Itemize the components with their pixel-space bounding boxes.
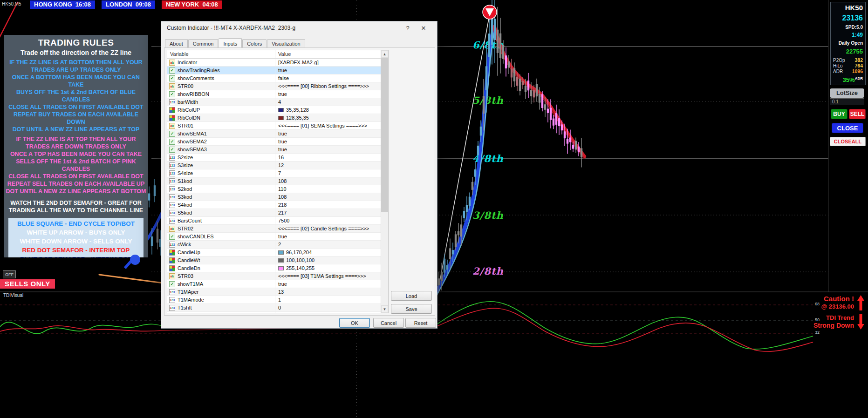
param-row-STR00[interactable]: abSTR00<<<==== [00] Ribbon Settings ====…: [167, 82, 381, 90]
ok-button[interactable]: OK: [339, 318, 370, 328]
param-row-showCANDLES[interactable]: ✓showCANDLEStrue: [167, 233, 381, 241]
sell-rule-line-5: REPEAT SELL TRADES ON EACH AVAILABLE UP: [6, 180, 146, 188]
load-button[interactable]: Load: [391, 291, 432, 301]
murrey-label-2-8th: 2/8th: [472, 265, 504, 277]
param-row-S2size[interactable]: 123S2size16: [167, 154, 381, 162]
int-type-icon: 123: [169, 289, 175, 295]
sell-button[interactable]: SELL: [849, 109, 866, 119]
param-row-showTradingRules[interactable]: ✓showTradingRulestrue: [167, 67, 381, 74]
legend-line-2: WHITE DOWN ARROW - SELLS ONLY: [8, 237, 144, 246]
param-row-S4size[interactable]: 123S4size7: [167, 169, 381, 177]
stat-label-adr: ADR: [833, 69, 843, 74]
session-clock-2: NEW YORK 04:08: [162, 0, 222, 9]
param-row-STR03[interactable]: abSTR03<<<==== [03] T1MA Settings ====>>…: [167, 272, 381, 280]
param-name: showTradingRules: [178, 67, 220, 73]
sell-rule-line-0: IF THE ZZ LINE IS AT TOP THEN ALL YOUR: [6, 135, 146, 143]
close-button[interactable]: CLOSE: [832, 123, 863, 133]
tdi-annotations: Caution ! @ 23136.00 TDI Trend Strong Do…: [813, 295, 864, 330]
param-row-BarsCount[interactable]: 123BarsCount7500: [167, 217, 381, 225]
param-value: 108: [278, 194, 287, 200]
param-row-showSEMA3[interactable]: ✓showSEMA3true: [167, 146, 381, 154]
sell-rule-line-2: ONCE A TOP HAS BEEN MADE YOU CAN TAKE: [6, 150, 146, 158]
param-row-CandleUp[interactable]: CandleUp96,170,204: [167, 249, 381, 256]
tab-common[interactable]: Common: [188, 39, 219, 48]
param-row-showSEMA2[interactable]: ✓showSEMA2true: [167, 138, 381, 146]
param-row-S2kod[interactable]: 123S2kod110: [167, 185, 381, 193]
param-name: showSEMA3: [178, 147, 207, 152]
param-value: 13: [278, 289, 284, 295]
adr-percent: 35%ADR: [833, 76, 863, 83]
param-row-Indicator[interactable]: abIndicator[XARDFX-MA2-g]: [167, 59, 381, 67]
param-row-barWidth[interactable]: 123barWidth4: [167, 98, 381, 106]
param-row-showComments[interactable]: ✓showCommentsfalse: [167, 74, 381, 82]
int-type-icon: 123: [169, 202, 175, 208]
param-value: <<<==== [00] Ribbon Settings ====>>>: [278, 83, 369, 89]
param-value: 35,35,128: [286, 107, 309, 113]
param-value: true: [278, 234, 287, 239]
param-value: true: [278, 91, 287, 97]
param-row-T1MAmode[interactable]: 123T1MAmode1: [167, 296, 381, 304]
tab-inputs[interactable]: Inputs: [219, 38, 242, 48]
param-row-partial[interactable]: 123: [167, 312, 381, 313]
param-value: 100,100,100: [286, 257, 314, 263]
param-row-showSEMA1[interactable]: ✓showSEMA1true: [167, 130, 381, 138]
top-semafor-marker: [483, 5, 497, 19]
dialog-titlebar[interactable]: Custom Indicator - !!!-MT4 X-XARDFX-MA2_…: [161, 21, 437, 34]
param-row-S3size[interactable]: 123S3size12: [167, 162, 381, 169]
param-row-T1shft[interactable]: 123T1shft0: [167, 304, 381, 312]
table-scrollbar[interactable]: ▲ ▼: [381, 50, 388, 313]
param-value: 16: [278, 155, 284, 160]
param-name: barWidth: [178, 99, 198, 105]
color-swatch: [278, 250, 284, 255]
help-button[interactable]: ?: [400, 25, 416, 32]
param-row-RibColDN[interactable]: RibColDN128,35,35: [167, 114, 381, 122]
param-row-T1MAper[interactable]: 123T1MAper13: [167, 288, 381, 296]
adr-percent-suffix: ADR: [855, 76, 863, 81]
param-row-STR02[interactable]: abSTR02<<<==== [02] Candle Settings ====…: [167, 225, 381, 233]
market-info-panel: HK50 23136 SPD:5.0 1:49 Daily Open 22755…: [830, 2, 866, 85]
param-value: 255,140,255: [286, 265, 314, 271]
param-row-S3kod[interactable]: 123S3kod108: [167, 193, 381, 201]
stat-row-adr: ADR1096: [833, 68, 863, 74]
column-header-variable: Variable: [167, 50, 275, 58]
scroll-down-arrow[interactable]: ▼: [381, 305, 388, 313]
daily-open-label: Daily Open: [833, 40, 863, 46]
close-all-button[interactable]: CLOSEALL: [830, 137, 866, 146]
parameters-table: Variable Value abIndicator[XARDFX-MA2-g]…: [167, 50, 389, 313]
param-row-S1kod[interactable]: 123S1kod108: [167, 177, 381, 185]
tdi-trend-label: TDI Trend: [813, 314, 854, 322]
param-value: 218: [278, 202, 287, 208]
param-row-showRIBBON[interactable]: ✓showRIBBONtrue: [167, 90, 381, 98]
param-row-CandleWt[interactable]: CandleWt100,100,100: [167, 256, 381, 264]
param-row-STR01[interactable]: abSTR01<<<==== [01] SEMA Settings ====>>…: [167, 122, 381, 130]
param-row-cWick[interactable]: 123cWick2: [167, 241, 381, 249]
param-name: STR01: [178, 123, 193, 128]
cancel-button[interactable]: Cancel: [373, 318, 404, 328]
color-swatch: [278, 108, 284, 112]
tab-visualization[interactable]: Visualization: [267, 39, 305, 48]
blue-dot-semafor: [130, 255, 140, 265]
param-name: showSEMA2: [178, 139, 207, 144]
rules-subtitle: Trade off the direction of the ZZ line: [6, 49, 146, 56]
watch-note-line-0: WATCH THE 2ND DOT SEMAFOR - GREAT FOR: [6, 199, 146, 207]
tab-about[interactable]: About: [165, 39, 188, 48]
bool-type-icon: ✓: [169, 75, 175, 81]
param-row-S5kod[interactable]: 123S5kod217: [167, 209, 381, 217]
session-clocks: HONG KONG 16:08LONDON 09:08NEW YORK 04:0…: [30, 0, 222, 9]
param-row-CandleDn[interactable]: CandleDn255,140,255: [167, 264, 381, 272]
buy-button[interactable]: BUY: [831, 109, 847, 119]
str-type-icon: ab: [169, 123, 175, 129]
scroll-thumb[interactable]: [381, 58, 388, 212]
lot-size-input[interactable]: 0.1: [830, 98, 864, 105]
param-row-S4kod[interactable]: 123S4kod218: [167, 201, 381, 209]
int-type-icon: 123: [169, 297, 175, 303]
off-button[interactable]: OFF: [3, 270, 16, 278]
param-row-showT1MA[interactable]: ✓showT1MAtrue: [167, 280, 381, 288]
save-button[interactable]: Save: [391, 304, 432, 314]
param-row-RibColUP[interactable]: RibColUP35,35,128: [167, 106, 381, 114]
scroll-up-arrow[interactable]: ▲: [381, 50, 388, 58]
tab-colors[interactable]: Colors: [242, 39, 267, 48]
reset-button[interactable]: Reset: [405, 318, 436, 328]
close-dialog-button[interactable]: ✕: [416, 25, 431, 32]
param-name: S2size: [178, 155, 193, 160]
